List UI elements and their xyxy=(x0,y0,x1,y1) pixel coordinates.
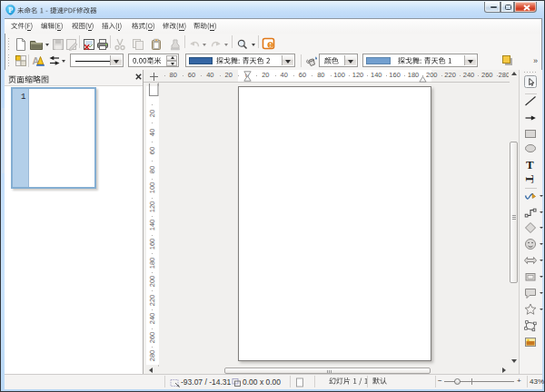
svg-text:T: T xyxy=(523,175,537,183)
svg-text:T: T xyxy=(526,158,534,172)
svg-text:P: P xyxy=(8,6,13,15)
